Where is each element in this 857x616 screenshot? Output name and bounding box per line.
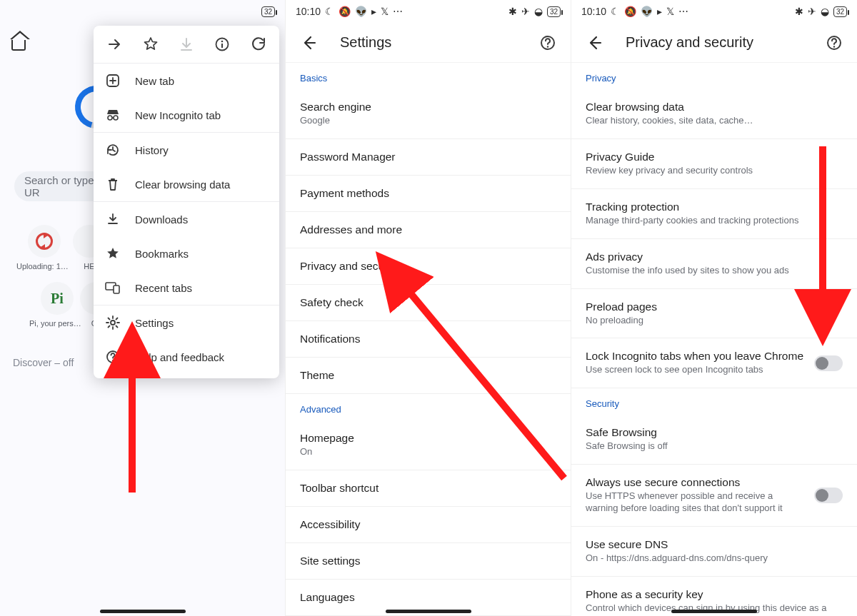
privacy-row-ads[interactable]: Ads privacyCustomise the info used by si…: [571, 239, 857, 289]
privacy-row-preload[interactable]: Preload pagesNo preloading: [571, 289, 857, 339]
reload-button[interactable]: [243, 29, 274, 60]
info-icon: [215, 37, 229, 51]
settings-row-site-settings[interactable]: Site settings: [286, 543, 571, 580]
settings-row-accessibility[interactable]: Accessibility: [286, 507, 571, 543]
menu-label: Clear browsing data: [135, 178, 230, 191]
page-title: Privacy and security: [626, 34, 753, 51]
lock-incognito-switch[interactable]: [814, 355, 843, 371]
menu-recent-tabs[interactable]: Recent tabs: [94, 271, 279, 305]
menu-label: New tab: [135, 75, 174, 87]
menu-history[interactable]: History: [94, 133, 279, 167]
system-nav-bar: [386, 610, 471, 613]
overflow-menu: New tab New Incognito tab History Clear …: [94, 26, 279, 378]
privacy-row-safe-browsing[interactable]: Safe BrowsingSafe Browsing is off: [571, 415, 857, 465]
settings-row-addresses[interactable]: Addresses and more: [286, 212, 571, 248]
settings-row-theme[interactable]: Theme: [286, 358, 571, 394]
menu-label: Recent tabs: [135, 282, 192, 294]
page-title: Settings: [340, 34, 391, 51]
settings-row-homepage[interactable]: HomepageOn: [286, 420, 571, 470]
back-button[interactable]: [580, 29, 608, 57]
battery-icon: 32: [261, 6, 275, 17]
svg-rect-2: [221, 44, 223, 48]
section-label: Advanced: [286, 394, 571, 420]
reload-icon: [251, 37, 266, 51]
devices-icon: [105, 280, 121, 296]
downloads-icon: [105, 211, 121, 227]
clock: 10:10: [296, 6, 321, 17]
pane-privacy-security: 10:10 ☾🔕👽▸𝕏⋯ ✱✈◒ 32 Privacy and security…: [571, 0, 857, 616]
settings-row-payment[interactable]: Payment methods: [286, 176, 571, 212]
pi-icon: Pi: [51, 291, 64, 307]
star-filled-icon: [105, 246, 121, 261]
privacy-row-guide[interactable]: Privacy GuideReview key privacy and secu…: [571, 139, 857, 189]
section-label: Basics: [286, 63, 571, 89]
pane-settings: 10:10 ☾🔕👽▸𝕏⋯ ✱✈◒ 32 Settings Basics Sear…: [286, 0, 571, 616]
menu-new-tab[interactable]: New tab: [94, 64, 279, 98]
svg-rect-7: [114, 286, 119, 293]
settings-row-safety[interactable]: Safety check: [286, 285, 571, 321]
svg-point-5: [114, 116, 118, 120]
forward-button[interactable]: [99, 29, 130, 60]
gear-icon: [105, 315, 121, 330]
incognito-icon: [105, 107, 121, 123]
download-button[interactable]: [171, 29, 202, 60]
search-placeholder: Search or type UR: [24, 174, 97, 198]
settings-row-password-manager[interactable]: Password Manager: [286, 139, 571, 176]
privacy-row-clear-data[interactable]: Clear browsing dataClear history, cookie…: [571, 89, 857, 139]
help-icon: [826, 35, 842, 51]
svg-point-12: [547, 46, 548, 47]
page-info-button[interactable]: [206, 29, 238, 60]
privacy-row-https[interactable]: Always use secure connectionsUse HTTPS w…: [571, 465, 857, 527]
privacy-row-tracking[interactable]: Tracking protectionManage third-party co…: [571, 189, 857, 239]
svg-point-10: [112, 360, 114, 361]
privacy-row-dns[interactable]: Use secure DNSOn - https://dns.adguard-d…: [571, 527, 857, 577]
sync-icon: [36, 233, 53, 250]
back-button[interactable]: [294, 29, 323, 57]
help-button[interactable]: [820, 29, 848, 57]
tile-label: Pi, your person…: [29, 319, 85, 328]
arrow-left-icon: [586, 35, 602, 51]
clock: 10:10: [581, 6, 606, 17]
history-icon: [105, 142, 121, 158]
home-icon: [11, 38, 26, 51]
arrow-right-icon: [107, 37, 121, 51]
settings-row-notifications[interactable]: Notifications: [286, 321, 571, 358]
pane-chrome-menu: 10:10 ☾ 🔕 👽 ▸ 𝕏 ⋯ ✱ ✈ ◒ 32 Search or typ…: [0, 0, 286, 616]
svg-point-4: [108, 116, 112, 120]
star-icon: [144, 37, 158, 51]
privacy-row-lock-incognito[interactable]: Lock Incognito tabs when you leave Chrom…: [571, 338, 857, 388]
ntp-tile[interactable]: Pi Pi, your person…: [27, 282, 87, 328]
ntp-tile[interactable]: Uploading: 10…: [14, 225, 74, 271]
bookmark-button[interactable]: [135, 29, 166, 60]
menu-label: Help and feedback: [135, 351, 224, 363]
tile-label: Uploading: 10…: [16, 262, 72, 271]
svg-point-1: [221, 41, 224, 43]
svg-point-14: [833, 46, 835, 47]
settings-row-privacy[interactable]: Privacy and security: [286, 248, 571, 285]
menu-settings[interactable]: Settings: [94, 306, 279, 340]
menu-label: New Incognito tab: [135, 109, 221, 121]
menu-label: Downloads: [135, 213, 188, 226]
https-switch[interactable]: [814, 488, 843, 503]
menu-clear-data[interactable]: Clear browsing data: [94, 167, 279, 201]
menu-downloads[interactable]: Downloads: [94, 202, 279, 236]
topbar: Settings: [286, 23, 571, 63]
topbar: Privacy and security: [571, 23, 857, 63]
trash-icon: [105, 176, 121, 192]
menu-label: Settings: [135, 317, 174, 329]
menu-bookmarks[interactable]: Bookmarks: [94, 236, 279, 271]
help-icon: [540, 35, 556, 51]
discover-status: Discover – off: [13, 357, 74, 368]
help-icon: [105, 349, 121, 365]
menu-incognito[interactable]: New Incognito tab: [94, 98, 279, 132]
plus-box-icon: [105, 73, 121, 89]
status-bar: 10:10 ☾🔕👽▸𝕏⋯ ✱✈◒ 32: [286, 0, 571, 23]
settings-row-search-engine[interactable]: Search engineGoogle: [286, 89, 571, 139]
status-bar: 10:10 ☾🔕👽▸𝕏⋯ ✱✈◒ 32: [571, 0, 857, 23]
menu-label: History: [135, 144, 169, 156]
svg-point-8: [111, 320, 115, 325]
menu-help[interactable]: Help and feedback: [94, 340, 279, 374]
menu-label: Bookmarks: [135, 248, 189, 260]
settings-row-toolbar[interactable]: Toolbar shortcut: [286, 470, 571, 507]
help-button[interactable]: [533, 29, 562, 57]
